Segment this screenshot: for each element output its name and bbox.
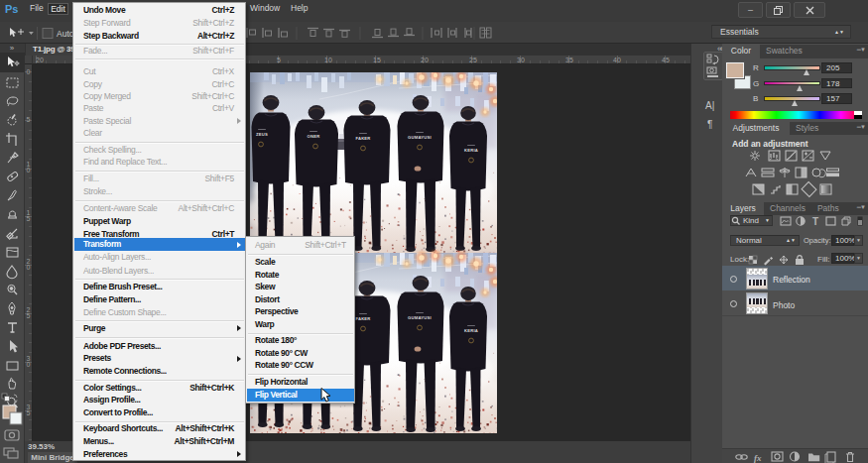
svg-text:FAKER: FAKER xyxy=(355,136,370,141)
svg-text:fx: fx xyxy=(754,453,762,463)
svg-text:T: T xyxy=(812,216,818,227)
svg-text:ONER: ONER xyxy=(308,134,320,139)
svg-text:KERIA: KERIA xyxy=(464,148,478,153)
svg-text:ZEUS: ZEUS xyxy=(256,132,268,137)
svg-text:GUMAYUSI: GUMAYUSI xyxy=(408,135,432,140)
